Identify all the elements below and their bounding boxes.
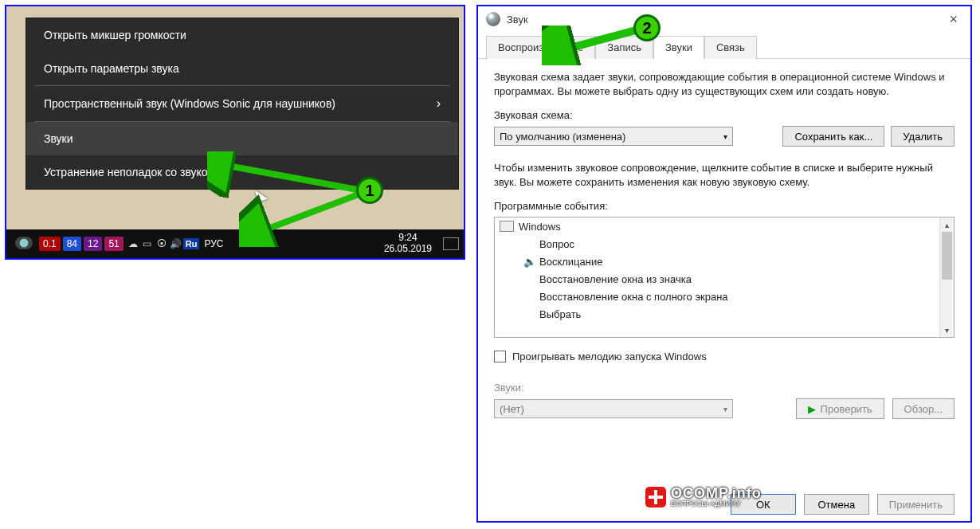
- tab-communications[interactable]: Связь: [704, 36, 757, 59]
- ctx-item-label: Открыть микшер громкости: [44, 29, 186, 41]
- event-item[interactable]: Восстановление окна с полного экрана: [495, 288, 939, 305]
- sound-dialog-icon: [486, 12, 500, 26]
- save-scheme-button[interactable]: Сохранить как...: [782, 126, 884, 147]
- annotation-badge-1: 1: [356, 177, 383, 204]
- event-sound-select: (Нет) ▾: [494, 399, 733, 418]
- tab-sounds[interactable]: Звуки: [653, 36, 704, 59]
- annotation-arrow-1b: [239, 191, 374, 247]
- scroll-up-icon[interactable]: ▴: [940, 217, 954, 232]
- ctx-item-mixer[interactable]: Открыть микшер громкости: [26, 18, 458, 52]
- tray-metric-pink[interactable]: 51: [104, 237, 123, 251]
- event-item-label: Восстановление окна с полного экрана: [539, 291, 728, 303]
- event-item-label: Восклицание: [539, 256, 602, 268]
- startup-sound-checkbox[interactable]: [494, 351, 506, 362]
- clock-date: 26.05.2019: [384, 244, 432, 255]
- event-item[interactable]: Вопрос: [495, 235, 939, 253]
- chevron-down-icon: ▾: [719, 405, 732, 413]
- events-label: Программные события:: [494, 200, 955, 212]
- event-root[interactable]: Windows: [495, 217, 939, 235]
- speaker-icon: 🔈: [523, 256, 536, 268]
- svg-line-3: [553, 30, 636, 53]
- sound-value: (Нет): [500, 403, 524, 415]
- watermark-main: OCOMP.info: [671, 486, 762, 500]
- apply-button: Применить: [877, 494, 955, 515]
- app-icon[interactable]: [11, 235, 37, 253]
- watermark-sub: ВОПРОСЫ АДМИНУ: [671, 500, 762, 507]
- battery-icon[interactable]: ▭: [140, 238, 155, 249]
- delete-scheme-button[interactable]: Удалить: [891, 126, 955, 147]
- annotation-badge-2: 2: [633, 14, 661, 41]
- chevron-down-icon: ▾: [719, 132, 732, 141]
- event-item[interactable]: Выбрать: [495, 305, 939, 323]
- sounds-label: Звуки:: [494, 382, 955, 394]
- ctx-item-sound-settings[interactable]: Открыть параметры звука: [26, 52, 458, 85]
- scrollbar[interactable]: ▴ ▾: [939, 217, 954, 337]
- browse-sound-button: Обзор...: [892, 398, 955, 419]
- scheme-description: Звуковая схема задает звуки, сопровождаю…: [494, 70, 955, 98]
- event-item-label: Восстановление окна из значка: [539, 273, 692, 285]
- events-description: Чтобы изменить звуковое сопровождение, щ…: [494, 161, 955, 189]
- scroll-down-icon[interactable]: ▾: [940, 323, 954, 337]
- chevron-right-icon: ›: [437, 96, 441, 111]
- startup-sound-label: Проигрывать мелодию запуска Windows: [512, 351, 707, 362]
- volume-icon[interactable]: 🔊: [169, 238, 183, 249]
- keyboard-layout-badge[interactable]: Ru: [183, 238, 200, 249]
- event-item[interactable]: Восстановление окна из значка: [495, 270, 939, 288]
- ctx-item-label: Звуки: [44, 132, 73, 145]
- onedrive-icon[interactable]: ☁: [126, 238, 140, 249]
- play-icon: ▶: [808, 403, 816, 415]
- svg-line-2: [253, 194, 359, 234]
- sound-scheme-select[interactable]: По умолчанию (изменена) ▾: [494, 127, 733, 146]
- dialog-body: Звуковая схема задает звуки, сопровождаю…: [478, 59, 970, 430]
- tray-metric-blue[interactable]: 84: [63, 237, 81, 251]
- notification-center-icon[interactable]: [443, 237, 459, 250]
- event-item-label: Выбрать: [539, 308, 581, 320]
- svg-line-1: [215, 163, 357, 190]
- program-events-list: Windows Вопрос 🔈 Восклицание Восстановле…: [494, 217, 955, 338]
- windows-icon: [500, 221, 514, 232]
- ctx-item-spatial-sound[interactable]: Пространственный звук (Windows Sonic для…: [26, 86, 458, 121]
- watermark-logo-icon: [645, 487, 666, 507]
- language-indicator[interactable]: РУС: [204, 238, 223, 249]
- wifi-icon[interactable]: ⦿: [155, 238, 169, 249]
- event-item[interactable]: 🔈 Восклицание: [495, 253, 939, 270]
- taskbar-clock[interactable]: 9:24 26.05.2019: [384, 233, 440, 255]
- scheme-value: По умолчанию (изменена): [500, 131, 625, 143]
- ctx-item-label: Устранение неполадок со звуком: [44, 166, 215, 178]
- ctx-item-label: Открыть параметры звука: [44, 62, 179, 75]
- tray-metric-purple[interactable]: 12: [84, 237, 102, 251]
- event-root-label: Windows: [519, 221, 561, 233]
- scroll-thumb[interactable]: [942, 232, 952, 280]
- watermark: OCOMP.info ВОПРОСЫ АДМИНУ: [645, 486, 762, 507]
- tray-metric-red[interactable]: 0.1: [39, 237, 61, 251]
- test-sound-button: ▶ Проверить: [796, 398, 884, 419]
- clock-time: 9:24: [384, 233, 432, 244]
- cancel-button[interactable]: Отмена: [804, 494, 869, 515]
- ctx-item-sounds[interactable]: Звуки: [26, 122, 458, 155]
- close-button[interactable]: ×: [944, 11, 962, 28]
- dialog-title: Звук: [507, 14, 528, 25]
- sound-dialog: Звук × Воспроизведение Запись Звуки Связ…: [476, 5, 972, 523]
- left-screenshot-panel: Открыть микшер громкости Открыть парамет…: [5, 5, 465, 260]
- event-item-label: Вопрос: [539, 238, 574, 250]
- scheme-label: Звуковая схема:: [494, 109, 955, 121]
- taskbar: 0.1 84 12 51 ☁ ▭ ⦿ 🔊 Ru РУС 9:24 26.05.2…: [6, 229, 464, 258]
- ctx-item-label: Пространственный звук (Windows Sonic для…: [44, 97, 335, 110]
- test-btn-label: Проверить: [821, 403, 872, 415]
